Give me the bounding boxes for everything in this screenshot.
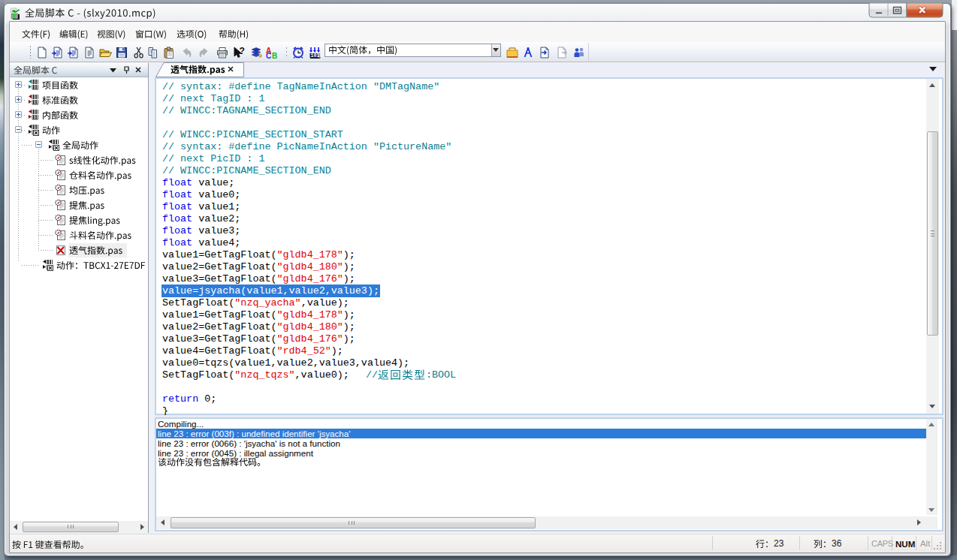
svg-text:B: B <box>272 52 277 59</box>
svg-text:C: C <box>266 52 271 59</box>
svg-text:?: ? <box>240 47 245 56</box>
svg-text:1010: 1010 <box>311 53 323 59</box>
